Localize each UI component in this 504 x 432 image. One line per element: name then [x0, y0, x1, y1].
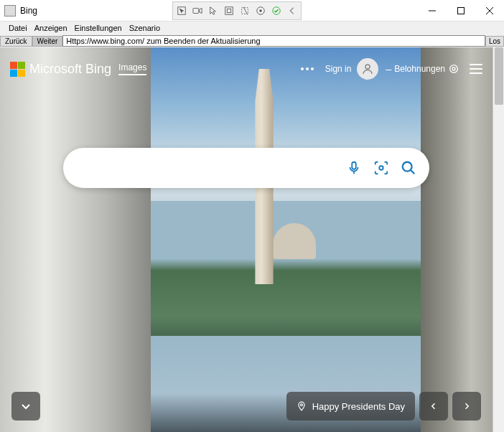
svg-rect-3 [227, 9, 230, 12]
images-tab[interactable]: Images [118, 62, 146, 75]
minimize-button[interactable] [418, 0, 447, 22]
svg-rect-12 [352, 162, 356, 169]
back-button[interactable]: Zurück [0, 36, 32, 47]
tool-target-icon[interactable] [238, 4, 252, 18]
expand-button[interactable] [11, 392, 40, 421]
image-search-icon[interactable] [373, 160, 389, 176]
menu-anzeigen[interactable]: Anzeigen [32, 23, 70, 33]
prev-image-button[interactable] [419, 392, 448, 421]
maximize-button[interactable] [447, 0, 475, 22]
app-icon [4, 5, 16, 17]
next-image-button[interactable] [452, 392, 481, 421]
search-input[interactable] [76, 161, 346, 174]
rewards-icon [448, 63, 459, 75]
menu-szenario[interactable]: Szenario [126, 23, 163, 33]
svg-point-9 [365, 65, 370, 69]
svg-point-13 [379, 166, 383, 170]
more-menu-icon[interactable] [301, 67, 314, 70]
search-icon[interactable] [401, 160, 416, 176]
image-caption[interactable]: Happy Presidents Day [286, 392, 415, 421]
svg-rect-8 [458, 7, 465, 14]
svg-point-6 [259, 9, 262, 12]
signin-link[interactable]: Sign in [325, 64, 352, 74]
rewards-label: Belohnungen [394, 64, 445, 74]
tool-radio-icon[interactable] [253, 4, 268, 18]
background-pillar-right [421, 47, 493, 432]
search-box [63, 148, 429, 188]
browser-navbar: Zurück Weiter Los [0, 34, 504, 47]
close-button[interactable] [475, 0, 504, 22]
image-caption-bar: Happy Presidents Day [286, 392, 481, 421]
caption-text: Happy Presidents Day [312, 401, 405, 412]
person-icon [361, 62, 374, 75]
url-input[interactable] [62, 35, 485, 47]
svg-point-15 [300, 404, 302, 406]
svg-rect-4 [242, 8, 248, 14]
voice-search-icon[interactable] [346, 160, 362, 176]
bing-logo[interactable]: Microsoft Bing [10, 62, 111, 77]
tool-back-icon[interactable] [285, 4, 299, 18]
location-icon [297, 401, 307, 411]
menubar: Datei Anzeigen Einstellungen Szenario [0, 22, 504, 34]
microsoft-logo-icon [10, 62, 25, 77]
hamburger-menu-icon[interactable] [470, 64, 482, 74]
menu-datei[interactable]: Datei [6, 23, 30, 33]
tool-box-icon[interactable] [222, 4, 236, 18]
chevron-down-icon [20, 400, 32, 412]
bing-header: Microsoft Bing Images Sign in – Belohnun… [0, 55, 493, 83]
go-button[interactable]: Los [485, 36, 504, 47]
svg-rect-2 [225, 7, 233, 15]
tool-check-icon[interactable] [269, 4, 284, 18]
bing-brand-text: Microsoft Bing [29, 62, 111, 77]
svg-point-11 [452, 67, 455, 70]
scrollbar-thumb[interactable] [495, 47, 503, 105]
window-titlebar: Bing [0, 0, 504, 22]
svg-point-10 [450, 65, 458, 73]
svg-rect-1 [193, 9, 199, 14]
vertical-scrollbar[interactable] [493, 47, 504, 432]
svg-point-14 [403, 162, 412, 172]
window-title: Bing [20, 6, 37, 16]
tool-select-icon[interactable] [174, 4, 189, 18]
rewards-link[interactable]: – Belohnungen [386, 63, 459, 75]
debug-toolbar [172, 1, 302, 20]
tool-record-icon[interactable] [190, 4, 205, 18]
tool-pointer-icon[interactable] [206, 4, 220, 18]
avatar-button[interactable] [357, 58, 378, 80]
menu-einstellungen[interactable]: Einstellungen [72, 23, 125, 33]
page-content: Microsoft Bing Images Sign in – Belohnun… [0, 47, 493, 432]
chevron-right-icon [462, 402, 471, 410]
background-pillar-left [0, 47, 151, 432]
forward-button[interactable]: Weiter [32, 36, 63, 47]
chevron-left-icon [429, 402, 438, 410]
